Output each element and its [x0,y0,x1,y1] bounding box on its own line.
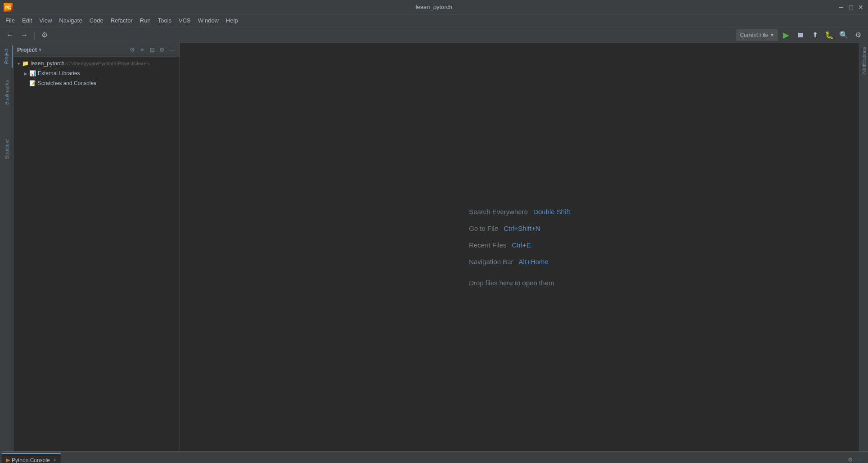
project-header-title[interactable]: Project ▾ [17,46,42,53]
root-folder-icon: 📁 [22,60,29,67]
goto-file-label: Go to File [469,225,498,232]
editor-area: Search Everywhere Double Shift Go to Fil… [180,43,859,451]
search-everywhere-shortcut: Double Shift [533,208,570,216]
app-logo: PC [4,3,13,12]
tree-item-external[interactable]: ▶ 📊 External Libraries [13,68,180,78]
menu-run[interactable]: Run [136,16,154,25]
panel-minimize-icon[interactable]: — [856,456,864,463]
hint-goto: Go to File Ctrl+Shift+N [469,225,540,232]
root-path: C:\shengyuan\PycharmProjects\leaen... [66,61,153,66]
sidebar-structure-label[interactable]: Structure [1,135,12,163]
project-title: leaen_pytorch [416,4,453,10]
run-button[interactable]: ▶ [780,29,792,41]
right-notifications-strip: Notifications [859,43,868,451]
menu-navigate[interactable]: Navigate [55,16,85,25]
drop-hint: Drop files here to open them [469,279,554,287]
console-tab-label: Python Console [12,457,50,463]
stop-button[interactable]: ⏹ [794,29,807,41]
close-button[interactable]: ✕ [857,4,864,11]
tree-item-root[interactable]: ▾ 📁 leaen_pytorch C:\shengyuan\PycharmPr… [13,58,180,68]
hint-nav: Navigation Bar Alt+Home [469,258,549,265]
console-tab[interactable]: ▶ Python Console × [2,453,61,463]
maximize-button[interactable]: □ [847,4,855,11]
project-header-icons: ⚙ ≡ ⊟ ⚙ — [128,46,176,54]
external-library-icon: 📊 [29,70,36,77]
recent-files-shortcut: Ctrl+E [512,241,531,249]
settings-button[interactable]: ⚙ [852,29,864,41]
menu-help[interactable]: Help [222,16,242,25]
panel-gear-icon[interactable]: ⚙ [846,456,855,463]
project-settings-icon[interactable]: ⚙ [128,46,136,54]
project-close-icon[interactable]: — [168,46,176,54]
panel-settings: ⚙ — [846,456,866,463]
project-options-icon[interactable]: ⊟ [148,46,156,54]
recent-files-label: Recent Files [469,241,506,249]
menu-window[interactable]: Window [194,16,222,25]
sidebar-project-label[interactable]: Project [1,45,13,67]
search-everywhere-label: Search Everywhere [469,208,528,216]
toolbar-forward[interactable]: → [18,29,31,41]
menu-bar: File Edit View Navigate Code Refactor Ru… [0,14,868,27]
menu-code[interactable]: Code [86,16,107,25]
editor-drop-hints: Search Everywhere Double Shift Go to Fil… [469,208,570,287]
toolbar: ← → ⚙ Current File ▼ ▶ ⏹ ⬆ 🐛 🔍 ⚙ [0,27,868,43]
external-chevron: ▶ [22,71,29,76]
run-config-label: Current File [740,32,768,38]
run-config-selector[interactable]: Current File ▼ [736,29,778,41]
hint-search: Search Everywhere Double Shift [469,208,570,216]
project-tree: ▾ 📁 leaen_pytorch C:\shengyuan\PycharmPr… [13,57,180,451]
build-button[interactable]: ⬆ [809,29,821,41]
hint-drop-row: Drop files here to open them [469,279,554,287]
debug-button[interactable]: 🐛 [823,29,836,41]
console-tab-close[interactable]: × [54,458,56,463]
menu-edit[interactable]: Edit [18,16,36,25]
bottom-panel: ▶ Python Console × ⚙ — ↻ ⏹ ▶ 🖨 ⚙ ≫ + 🕐 P… [0,453,868,463]
notifications-label[interactable]: Notifications [861,43,867,77]
menu-file[interactable]: File [2,16,18,25]
navigation-bar-shortcut: Alt+Home [519,258,549,265]
menu-refactor[interactable]: Refactor [107,16,136,25]
minimize-button[interactable]: ─ [837,4,845,11]
menu-tools[interactable]: Tools [154,16,175,25]
left-sidebar-strip: Project Bookmarks Structure [0,43,13,451]
title-bar: PC leaen_pytorch ─ □ ✕ [0,0,868,14]
menu-view[interactable]: View [36,16,55,25]
hint-recent: Recent Files Ctrl+E [469,241,531,249]
toolbar-back[interactable]: ← [4,29,16,41]
tree-item-scratches[interactable]: 📝 Scratches and Consoles [13,78,180,88]
scratches-icon: 📝 [29,80,36,87]
window-controls: ─ □ ✕ [837,4,864,11]
main-content: Project Bookmarks Structure Project ▾ ⚙ … [0,43,868,451]
project-panel-header: Project ▾ ⚙ ≡ ⊟ ⚙ — [13,43,180,57]
project-hide-icon[interactable]: ⚙ [158,46,166,54]
root-chevron: ▾ [15,61,22,66]
svg-text:PC: PC [5,5,11,10]
project-collapse-icon[interactable]: ≡ [138,46,146,54]
toolbar-sep-1 [34,31,35,40]
external-label: External Libraries [38,70,80,76]
scratches-label: Scratches and Consoles [38,80,96,86]
navigation-bar-label: Navigation Bar [469,258,513,265]
toolbar-right: Current File ▼ ▶ ⏹ ⬆ 🐛 🔍 ⚙ [736,29,864,41]
project-header-label: Project [17,46,37,53]
toolbar-settings[interactable]: ⚙ [38,29,51,41]
root-label: leaen_pytorch [31,60,64,67]
bottom-panel-tabs: ▶ Python Console × ⚙ — [0,453,868,463]
project-panel: Project ▾ ⚙ ≡ ⊟ ⚙ — ▾ 📁 leaen_pytorch C:… [13,43,180,451]
search-everywhere-toolbar[interactable]: 🔍 [837,29,850,41]
sidebar-bookmarks-label[interactable]: Bookmarks [1,76,12,108]
goto-file-shortcut: Ctrl+Shift+N [504,225,540,232]
menu-vcs[interactable]: VCS [175,16,194,25]
project-chevron: ▾ [39,46,42,53]
